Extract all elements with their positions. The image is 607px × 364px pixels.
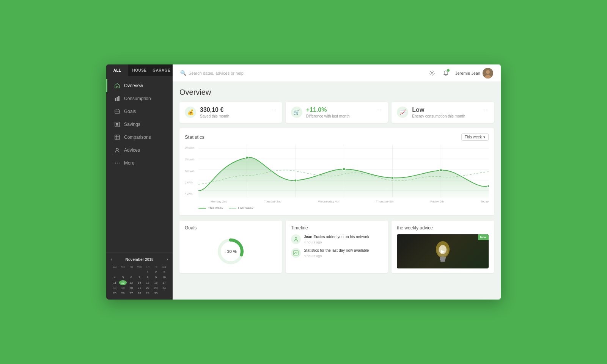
cal-day-26[interactable]: 26 — [119, 291, 127, 296]
x-label-3: Wednesday 4th — [318, 200, 339, 203]
tl-chart-icon — [291, 248, 301, 258]
stats-dropdown-label: This week — [465, 135, 482, 139]
tl-person-icon — [291, 234, 301, 244]
nav-label-goals: Goals — [124, 109, 136, 114]
notifications-icon[interactable] — [442, 69, 450, 77]
sidebar-item-goals[interactable]: Goals — [106, 105, 173, 118]
tl-item-2-content: Statistics for the last day now availabl… — [304, 248, 369, 258]
sidebar-item-consumption[interactable]: Consumption — [106, 92, 173, 105]
tl-item-1-time: 4 hours ago — [304, 240, 369, 244]
savings-card-icon: 💰 — [187, 109, 194, 115]
user-info[interactable]: Jeremie Jean — [455, 68, 493, 78]
svg-rect-7 — [116, 124, 117, 126]
play-button[interactable]: ▶ — [437, 246, 448, 257]
sidebar-item-savings[interactable]: Savings — [106, 118, 173, 131]
cal-day-29[interactable]: 29 — [144, 291, 152, 296]
x-label-5: Friday 6th — [430, 200, 444, 203]
nav-label-savings: Savings — [124, 122, 140, 127]
y-label-5: 20 kW/h — [185, 146, 195, 149]
cal-day-11[interactable]: 11 — [111, 280, 119, 285]
svg-point-11 — [115, 163, 116, 163]
savings-card-menu[interactable]: ··· — [272, 107, 277, 113]
cal-day-21[interactable]: 21 — [135, 286, 143, 290]
savings-card-body: 330,10 € Saved this month — [200, 107, 268, 118]
cal-day-2[interactable]: 2 — [152, 270, 160, 275]
svg-point-32 — [440, 169, 442, 172]
cal-day-9[interactable]: 9 — [152, 275, 160, 280]
svg-rect-8 — [117, 124, 118, 126]
sidebar-item-comparisons[interactable]: Comparisons — [106, 131, 173, 144]
timeline-card-title: Timeline — [291, 225, 383, 231]
calendar-grid: Su Mo Tu We Th Fr Sa 1 2 3 4 5 6 7 — [111, 264, 168, 296]
svg-point-33 — [487, 185, 489, 188]
cons-card-body: Low Energy consumption this month — [412, 107, 480, 118]
chevron-down-icon: ▾ — [483, 135, 485, 139]
calendar-next[interactable]: › — [167, 257, 168, 262]
cal-day-23[interactable]: 23 — [152, 286, 160, 290]
cal-day-22[interactable]: 22 — [144, 286, 152, 290]
sidebar-item-more[interactable]: More — [106, 157, 173, 169]
savings-icon — [114, 121, 120, 127]
page-title: Overview — [179, 88, 494, 97]
cal-day-4[interactable]: 4 — [111, 275, 119, 280]
cal-day-5[interactable]: 5 — [119, 275, 127, 280]
cal-day-19[interactable]: 19 — [119, 286, 127, 290]
advice-thumbnail[interactable]: ▶ New — [397, 234, 489, 268]
diff-value: +11.0% — [306, 107, 374, 113]
weekly-advice-card: the weekly advice ▶ New — [392, 221, 494, 273]
tab-garage[interactable]: GARAGE — [151, 64, 173, 76]
cal-day-1[interactable]: 1 — [144, 270, 152, 275]
cal-day-12-today[interactable]: 12 — [119, 280, 127, 285]
cal-day-17[interactable]: 17 — [160, 280, 168, 285]
cal-day-27[interactable]: 27 — [127, 291, 135, 296]
y-label-2: 5 kW/h — [185, 181, 195, 184]
notification-dot — [447, 69, 450, 72]
cal-header-th: Th — [144, 264, 152, 269]
cal-day-24[interactable]: 24 — [160, 286, 168, 290]
search-bar[interactable]: 🔍 Search datas, advices or help — [180, 70, 244, 76]
diff-card-menu[interactable]: ··· — [378, 107, 383, 113]
cal-day-7[interactable]: 7 — [135, 275, 143, 280]
stats-header: Statistics This week ▾ — [185, 133, 489, 141]
cal-day-10[interactable]: 10 — [160, 275, 168, 280]
donut-value: - 30 % — [225, 249, 237, 254]
weekly-advice-title: the weekly advice — [397, 225, 489, 231]
sidebar-item-advices[interactable]: Advices — [106, 144, 173, 157]
cal-day-empty — [119, 270, 127, 275]
card-savings: 💰 330,10 € Saved this month ··· — [179, 102, 282, 123]
cons-card-menu[interactable]: ··· — [484, 107, 489, 113]
stats-dropdown[interactable]: This week ▾ — [461, 133, 489, 141]
tab-house[interactable]: HOUSE — [128, 64, 150, 76]
cal-day-3[interactable]: 3 — [160, 270, 168, 275]
cal-day-6[interactable]: 6 — [127, 275, 135, 280]
legend-last-week: Last week — [229, 206, 254, 210]
settings-icon[interactable] — [428, 69, 436, 77]
cal-day-18[interactable]: 18 — [111, 286, 119, 290]
donut-wrap: - 30 % — [185, 234, 277, 268]
search-placeholder: Search datas, advices or help — [189, 71, 244, 75]
cal-day-8[interactable]: 8 — [144, 275, 152, 280]
calendar-prev[interactable]: ‹ — [111, 257, 112, 262]
legend-last-week-label: Last week — [238, 206, 254, 210]
svg-point-30 — [343, 168, 345, 171]
savings-value: 330,10 € — [200, 107, 268, 113]
cal-day-14[interactable]: 14 — [135, 280, 143, 285]
nav-label-comparisons: Comparisons — [124, 135, 151, 140]
cal-day-15[interactable]: 15 — [144, 280, 152, 285]
cal-day-empty — [111, 270, 119, 275]
search-icon: 🔍 — [180, 70, 186, 76]
svg-rect-41 — [440, 260, 445, 262]
nav-label-more: More — [124, 160, 134, 166]
cal-day-28[interactable]: 28 — [135, 291, 143, 296]
y-axis-labels: 20 kW/h 15 kW/h 10 kW/h 5 kW/h 0 kW/h — [185, 144, 195, 198]
chart-legend: This week Last week — [198, 206, 489, 210]
timeline-item-1: Jean Eudes added you on his network 4 ho… — [291, 234, 383, 244]
cal-day-20[interactable]: 20 — [127, 286, 135, 290]
cal-day-16[interactable]: 16 — [152, 280, 160, 285]
cal-day-25[interactable]: 25 — [111, 291, 119, 296]
tab-all[interactable]: ALL — [106, 64, 128, 76]
cal-day-13[interactable]: 13 — [127, 280, 135, 285]
cal-day-30[interactable]: 30 — [152, 291, 160, 296]
sidebar-item-overview[interactable]: Overview — [106, 79, 173, 92]
nav-label-advices: Advices — [124, 147, 140, 153]
